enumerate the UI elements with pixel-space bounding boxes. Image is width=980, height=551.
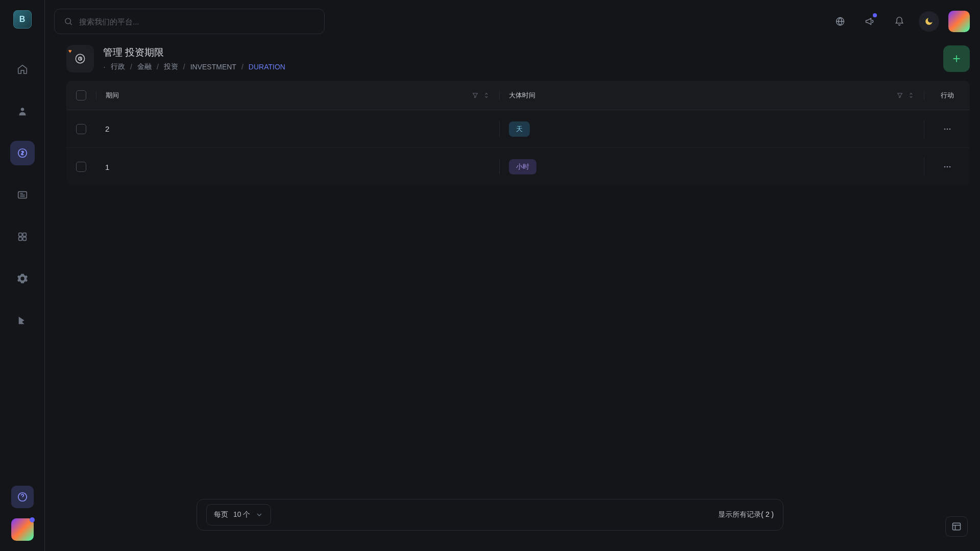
support-button[interactable] — [11, 486, 34, 508]
select-all-checkbox[interactable] — [76, 90, 86, 101]
cell-approx-badge: 小时 — [509, 159, 536, 174]
announcements-button[interactable] — [860, 11, 880, 32]
column-period-label: 期间 — [106, 91, 119, 100]
nav-settings[interactable] — [10, 266, 35, 291]
svg-rect-6 — [22, 237, 26, 240]
breadcrumb-item[interactable]: INVESTMENT — [190, 63, 236, 71]
breadcrumb-item-current: DURATION — [249, 63, 285, 71]
cell-period: 2 — [105, 124, 109, 133]
svg-rect-5 — [18, 237, 21, 240]
globe-icon — [835, 16, 845, 27]
breadcrumb-item[interactable]: 投资 — [164, 62, 178, 71]
clock-target-icon — [74, 52, 87, 65]
heart-icon: ♥ — [68, 48, 72, 54]
bell-icon — [894, 16, 904, 27]
per-page-label: 每页 — [214, 510, 228, 519]
user-avatar[interactable] — [948, 11, 970, 32]
filter-icon[interactable] — [472, 92, 479, 99]
dots-icon — [942, 162, 952, 172]
data-table: 期间 大体时间 行动 2 天 — [66, 81, 970, 186]
sort-icon[interactable] — [908, 92, 915, 99]
plus-icon — [951, 53, 962, 64]
language-button[interactable] — [830, 11, 850, 32]
megaphone-icon — [865, 16, 875, 27]
sidebar-avatar[interactable] — [11, 518, 34, 541]
table-header: 期间 大体时间 行动 — [66, 81, 970, 110]
notification-dot — [873, 13, 877, 17]
layout-toggle-button[interactable] — [945, 516, 968, 537]
svg-point-17 — [949, 166, 950, 168]
moon-icon — [924, 17, 934, 26]
search-icon — [64, 17, 73, 26]
table-footer: 每页 10 个 显示所有记录( 2 ) — [197, 499, 783, 531]
svg-point-12 — [944, 128, 945, 130]
nav-apps[interactable] — [10, 224, 35, 249]
svg-point-13 — [946, 128, 948, 130]
theme-toggle[interactable] — [919, 11, 939, 32]
row-checkbox[interactable] — [76, 124, 86, 134]
nav-finance[interactable] — [10, 141, 35, 165]
svg-point-8 — [65, 18, 71, 24]
page-title: 管理 投资期限 — [103, 46, 934, 59]
dots-icon — [942, 124, 952, 134]
table-row[interactable]: 2 天 — [66, 110, 970, 148]
nav-news[interactable] — [10, 183, 35, 207]
svg-point-15 — [944, 166, 945, 168]
layout-icon — [951, 521, 962, 532]
search-box[interactable] — [54, 9, 325, 34]
nav-home[interactable] — [10, 57, 35, 82]
breadcrumb-item[interactable]: 行政 — [111, 62, 125, 71]
per-page-value: 10 个 — [233, 510, 250, 519]
search-input[interactable] — [79, 17, 315, 26]
add-button[interactable] — [943, 45, 970, 72]
filter-icon[interactable] — [896, 92, 903, 99]
nav-users[interactable] — [10, 99, 35, 123]
per-page-selector[interactable]: 每页 10 个 — [206, 504, 271, 525]
row-actions-menu[interactable] — [938, 158, 957, 176]
svg-rect-3 — [18, 233, 21, 236]
app-logo[interactable]: B — [13, 10, 32, 29]
records-count: 显示所有记录( 2 ) — [718, 510, 774, 519]
breadcrumb-item[interactable]: 金融 — [137, 62, 152, 71]
row-actions-menu[interactable] — [938, 120, 957, 138]
svg-point-0 — [20, 108, 23, 111]
svg-rect-4 — [22, 233, 26, 236]
cell-approx-badge: 天 — [509, 121, 530, 137]
cell-period: 1 — [105, 163, 109, 171]
svg-point-14 — [949, 128, 950, 130]
svg-rect-18 — [953, 523, 961, 530]
column-approx-label: 大体时间 — [509, 91, 535, 100]
chevron-down-icon — [255, 511, 263, 519]
sort-icon[interactable] — [483, 92, 490, 99]
breadcrumb: · 行政 / 金融 / 投资 / INVESTMENT / DURATION — [103, 62, 934, 71]
page-icon: ♥ — [66, 45, 94, 72]
notifications-button[interactable] — [889, 11, 910, 32]
column-action-label: 行动 — [941, 91, 954, 100]
nav-design[interactable] — [10, 308, 35, 333]
svg-point-16 — [946, 166, 948, 168]
table-row[interactable]: 1 小时 — [66, 148, 970, 186]
row-checkbox[interactable] — [76, 162, 86, 172]
